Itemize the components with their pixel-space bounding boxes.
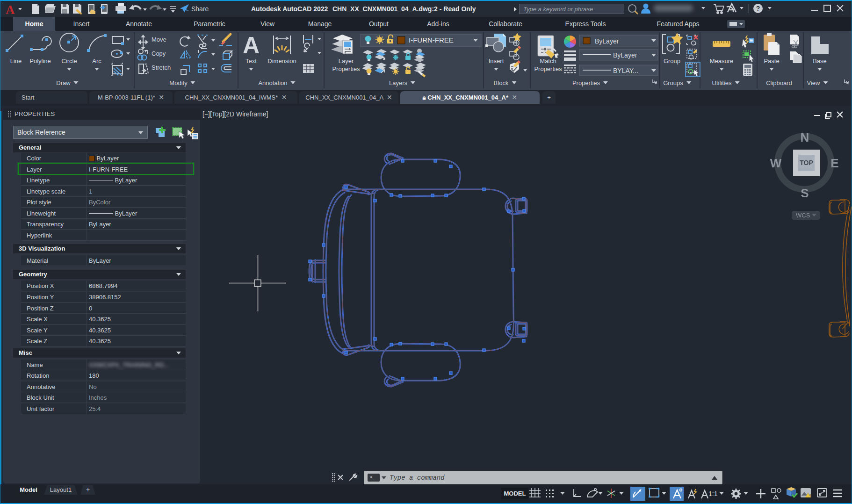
svg-text:TOP: TOP xyxy=(800,159,813,166)
svg-text:A: A xyxy=(243,32,260,58)
svg-text:A: A xyxy=(6,3,15,17)
svg-text:I-FURN-FREE: I-FURN-FREE xyxy=(409,36,454,44)
svg-text:W: W xyxy=(770,156,782,170)
svg-text:S: S xyxy=(801,186,809,200)
svg-text:1:1: 1:1 xyxy=(708,490,718,497)
svg-text:WCS: WCS xyxy=(796,212,810,219)
svg-text:ByLayer: ByLayer xyxy=(595,37,619,45)
svg-text:E: E xyxy=(830,156,838,170)
svg-text:ByLayer: ByLayer xyxy=(613,51,637,59)
svg-text:?: ? xyxy=(756,5,760,12)
svg-text:BYLAY...: BYLAY... xyxy=(613,67,638,74)
svg-text:!: ! xyxy=(810,493,812,498)
svg-text:N: N xyxy=(801,130,809,144)
